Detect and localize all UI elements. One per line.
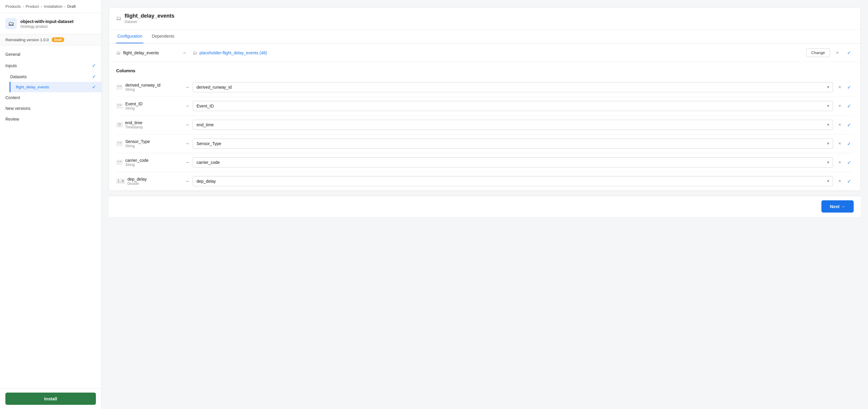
col-source-3: "" Sensor_Type String bbox=[116, 139, 182, 148]
col-close-button-2[interactable]: × bbox=[836, 121, 843, 129]
col-name-4: carrier_code bbox=[125, 158, 149, 163]
tab-dependents[interactable]: Dependents bbox=[151, 30, 176, 43]
datasets-check-icon: ✓ bbox=[92, 74, 96, 80]
column-row: 1.0 dep_delay Double → dep_delay ▼ × ✓ bbox=[116, 172, 854, 191]
col-arrow-1: → bbox=[185, 103, 190, 109]
sidebar-item-flight-delay-events[interactable]: flight_delay_events ✓ bbox=[9, 82, 101, 92]
col-type-icon-1: "" bbox=[116, 103, 123, 109]
column-row: "" Event_ID String → Event_ID ▼ × ✓ bbox=[116, 97, 854, 116]
product-icon: 🗂 bbox=[5, 18, 17, 29]
target-dataset-icon: 🗂 bbox=[193, 50, 197, 55]
install-button[interactable]: Install bbox=[5, 392, 96, 405]
tab-configuration[interactable]: Configuration bbox=[116, 30, 143, 43]
breadcrumb-draft: Draft bbox=[67, 4, 75, 9]
sidebar-item-review[interactable]: Review bbox=[0, 114, 101, 125]
breadcrumb: Products › Product › Installation › Draf… bbox=[0, 0, 101, 13]
draft-badge: Draft bbox=[52, 37, 64, 42]
col-arrow-3: → bbox=[185, 141, 190, 146]
flight-delay-events-label: flight_delay_events bbox=[16, 85, 49, 89]
nav-section: General Inputs ✓ Datasets ✓ flight_delay… bbox=[0, 45, 101, 388]
mapping-confirm-button[interactable]: ✓ bbox=[845, 49, 854, 57]
column-row: ⏱ end_time Timestamp → end_time ▼ × ✓ bbox=[116, 116, 854, 134]
col-type-0: String bbox=[125, 88, 160, 92]
row-actions-1: × ✓ bbox=[836, 102, 854, 110]
sidebar-item-inputs[interactable]: Inputs ✓ bbox=[0, 60, 101, 71]
col-select-1[interactable]: Event_ID bbox=[193, 101, 833, 111]
col-name-3: Sensor_Type bbox=[125, 139, 150, 144]
col-select-wrap-4: carrier_code ▼ bbox=[193, 157, 833, 167]
inputs-label: Inputs bbox=[5, 63, 17, 68]
col-select-3[interactable]: Sensor_Type bbox=[193, 138, 833, 149]
col-select-0[interactable]: derived_runway_id bbox=[193, 82, 833, 92]
card-subtitle: Dataset bbox=[125, 20, 175, 24]
version-bar: Reinstalling version 1.0.0 Draft bbox=[0, 34, 101, 45]
mapping-target-name: placeholder-flight_delay_events (48) bbox=[199, 51, 267, 55]
row-actions-0: × ✓ bbox=[836, 83, 854, 91]
col-name-2: end_time bbox=[125, 120, 143, 125]
product-name: object-with-input-dataset bbox=[20, 19, 73, 24]
version-text: Reinstalling version 1.0.0 bbox=[5, 38, 49, 42]
breadcrumb-product[interactable]: Product bbox=[26, 4, 39, 9]
col-arrow-4: → bbox=[185, 160, 190, 165]
col-select-wrap-3: Sensor_Type ▼ bbox=[193, 138, 833, 149]
breadcrumb-products[interactable]: Products bbox=[5, 4, 21, 9]
column-row: "" Sensor_Type String → Sensor_Type ▼ × … bbox=[116, 134, 854, 153]
col-select-5[interactable]: dep_delay bbox=[193, 176, 833, 186]
sep-1: › bbox=[22, 4, 24, 9]
inputs-check-icon: ✓ bbox=[92, 63, 96, 68]
col-arrow-5: → bbox=[185, 179, 190, 184]
col-select-4[interactable]: carrier_code bbox=[193, 157, 833, 167]
col-select-wrap-1: Event_ID ▼ bbox=[193, 101, 833, 111]
next-button[interactable]: Next → bbox=[822, 200, 854, 213]
column-row: "" carrier_code String → carrier_code ▼ … bbox=[116, 153, 854, 172]
col-close-button-4[interactable]: × bbox=[836, 159, 843, 166]
sep-3: › bbox=[64, 4, 65, 9]
columns-container: "" derived_runway_id String → derived_ru… bbox=[116, 78, 854, 191]
row-actions-4: × ✓ bbox=[836, 159, 854, 166]
card-tabs: Configuration Dependents bbox=[109, 30, 861, 43]
nav-sub-datasets: Datasets ✓ flight_delay_events ✓ bbox=[0, 71, 101, 92]
col-name-0: derived_runway_id bbox=[125, 83, 160, 88]
datasets-label: Datasets bbox=[10, 74, 27, 79]
product-type: Ontology product bbox=[20, 25, 73, 29]
mapping-close-button[interactable]: × bbox=[834, 49, 841, 57]
card-dataset-icon: 🗂 bbox=[116, 15, 122, 22]
col-type-icon-0: "" bbox=[116, 85, 123, 90]
breadcrumb-installation[interactable]: Installation bbox=[44, 4, 62, 9]
sidebar-footer: Install bbox=[0, 388, 101, 409]
col-name-5: dep_delay bbox=[128, 177, 147, 182]
col-type-2: Timestamp bbox=[125, 125, 143, 129]
col-confirm-button-3[interactable]: ✓ bbox=[845, 140, 854, 148]
col-confirm-button-2[interactable]: ✓ bbox=[845, 121, 854, 129]
col-close-button-5[interactable]: × bbox=[836, 177, 843, 185]
sidebar-item-datasets[interactable]: Datasets ✓ bbox=[5, 71, 101, 82]
col-source-0: "" derived_runway_id String bbox=[116, 83, 182, 92]
columns-section: Columns "" derived_runway_id String → de… bbox=[109, 62, 861, 191]
card-header: 🗂 flight_delay_events Dataset bbox=[109, 7, 861, 30]
columns-title: Columns bbox=[116, 68, 854, 73]
dataset-mapping-row: 🗂 flight_delay_events → 🗂 placeholder-fl… bbox=[109, 43, 861, 62]
col-close-button-3[interactable]: × bbox=[836, 140, 843, 148]
col-confirm-button-1[interactable]: ✓ bbox=[845, 102, 854, 110]
col-arrow-2: → bbox=[185, 122, 190, 127]
col-confirm-button-0[interactable]: ✓ bbox=[845, 83, 854, 91]
col-type-1: String bbox=[125, 106, 143, 111]
row-actions-5: × ✓ bbox=[836, 177, 854, 185]
sep-2: › bbox=[41, 4, 42, 9]
col-select-2[interactable]: end_time bbox=[193, 120, 833, 130]
col-type-icon-5: 1.0 bbox=[116, 179, 125, 184]
col-close-button-0[interactable]: × bbox=[836, 83, 843, 91]
sidebar-item-content[interactable]: Content bbox=[0, 92, 101, 103]
col-type-4: String bbox=[125, 163, 149, 167]
col-confirm-button-5[interactable]: ✓ bbox=[845, 177, 854, 185]
row-actions-3: × ✓ bbox=[836, 140, 854, 148]
col-confirm-button-4[interactable]: ✓ bbox=[845, 159, 854, 166]
mapping-source-name: flight_delay_events bbox=[123, 51, 159, 55]
change-button[interactable]: Change bbox=[806, 49, 830, 57]
main-card: 🗂 flight_delay_events Dataset Configurat… bbox=[109, 7, 861, 191]
sidebar-item-new-versions[interactable]: New versions bbox=[0, 103, 101, 114]
col-select-wrap-0: derived_runway_id ▼ bbox=[193, 82, 833, 92]
sidebar-item-general[interactable]: General bbox=[0, 49, 101, 60]
col-source-1: "" Event_ID String bbox=[116, 101, 182, 111]
col-close-button-1[interactable]: × bbox=[836, 102, 843, 110]
